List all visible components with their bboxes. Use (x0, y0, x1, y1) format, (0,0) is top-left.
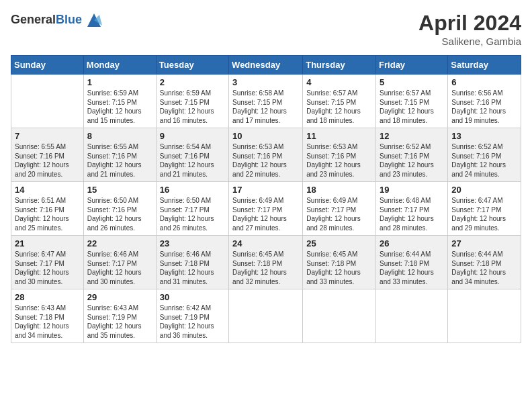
day-info: Sunrise: 6:59 AM Sunset: 7:15 PM Dayligh… (87, 89, 152, 125)
day-info: Sunrise: 6:47 AM Sunset: 7:17 PM Dayligh… (15, 250, 80, 286)
calendar-cell: 20Sunrise: 6:47 AM Sunset: 7:17 PM Dayli… (448, 182, 521, 236)
weekday-header-row: SundayMondayTuesdayWednesdayThursdayFrid… (11, 56, 521, 75)
day-info: Sunrise: 6:45 AM Sunset: 7:18 PM Dayligh… (306, 250, 372, 286)
day-info: Sunrise: 6:43 AM Sunset: 7:18 PM Dayligh… (15, 304, 80, 340)
weekday-header-monday: Monday (83, 56, 156, 75)
calendar-cell: 5Sunrise: 6:57 AM Sunset: 7:15 PM Daylig… (376, 75, 448, 128)
day-info: Sunrise: 6:53 AM Sunset: 7:16 PM Dayligh… (306, 142, 372, 179)
day-info: Sunrise: 6:52 AM Sunset: 7:16 PM Dayligh… (380, 142, 444, 179)
calendar-cell: 24Sunrise: 6:45 AM Sunset: 7:18 PM Dayli… (229, 236, 303, 289)
calendar-cell: 16Sunrise: 6:50 AM Sunset: 7:17 PM Dayli… (156, 182, 228, 236)
title-block: April 2024 Salikene, Gambia (418, 11, 521, 47)
calendar-cell: 15Sunrise: 6:50 AM Sunset: 7:16 PM Dayli… (83, 182, 156, 236)
day-number: 26 (380, 238, 444, 248)
day-info: Sunrise: 6:52 AM Sunset: 7:16 PM Dayligh… (451, 142, 517, 179)
calendar-cell: 17Sunrise: 6:49 AM Sunset: 7:17 PM Dayli… (229, 182, 303, 236)
day-info: Sunrise: 6:50 AM Sunset: 7:17 PM Dayligh… (160, 196, 225, 232)
calendar-cell: 8Sunrise: 6:55 AM Sunset: 7:16 PM Daylig… (83, 128, 156, 182)
day-info: Sunrise: 6:56 AM Sunset: 7:16 PM Dayligh… (451, 89, 517, 125)
day-number: 16 (160, 185, 225, 195)
calendar-cell (448, 289, 521, 343)
day-number: 1 (87, 77, 152, 87)
day-number: 6 (451, 77, 517, 87)
day-number: 5 (380, 77, 444, 87)
calendar-cell (229, 289, 303, 343)
day-info: Sunrise: 6:46 AM Sunset: 7:17 PM Dayligh… (87, 250, 152, 286)
calendar-cell: 22Sunrise: 6:46 AM Sunset: 7:17 PM Dayli… (83, 236, 156, 289)
calendar-cell: 4Sunrise: 6:57 AM Sunset: 7:15 PM Daylig… (303, 75, 376, 128)
calendar-cell: 2Sunrise: 6:59 AM Sunset: 7:15 PM Daylig… (156, 75, 228, 128)
day-number: 27 (451, 238, 517, 248)
weekday-header-friday: Friday (376, 56, 448, 75)
day-info: Sunrise: 6:53 AM Sunset: 7:16 PM Dayligh… (232, 142, 299, 179)
day-info: Sunrise: 6:55 AM Sunset: 7:16 PM Dayligh… (87, 142, 152, 179)
calendar-cell: 25Sunrise: 6:45 AM Sunset: 7:18 PM Dayli… (303, 236, 376, 289)
calendar-cell: 29Sunrise: 6:43 AM Sunset: 7:19 PM Dayli… (83, 289, 156, 343)
day-number: 24 (232, 238, 299, 248)
day-number: 17 (232, 185, 299, 195)
calendar-cell (11, 75, 84, 128)
logo: GeneralBlue (11, 11, 103, 30)
day-info: Sunrise: 6:42 AM Sunset: 7:19 PM Dayligh… (160, 304, 225, 340)
day-info: Sunrise: 6:50 AM Sunset: 7:16 PM Dayligh… (87, 196, 152, 232)
day-number: 22 (87, 238, 152, 248)
calendar-week-row: 1Sunrise: 6:59 AM Sunset: 7:15 PM Daylig… (11, 75, 521, 128)
calendar-cell (303, 289, 376, 343)
calendar-cell: 3Sunrise: 6:58 AM Sunset: 7:15 PM Daylig… (229, 75, 303, 128)
weekday-header-saturday: Saturday (448, 56, 521, 75)
day-number: 15 (87, 185, 152, 195)
day-number: 18 (306, 185, 372, 195)
calendar-week-row: 7Sunrise: 6:55 AM Sunset: 7:16 PM Daylig… (11, 128, 521, 182)
day-info: Sunrise: 6:49 AM Sunset: 7:17 PM Dayligh… (306, 196, 372, 232)
day-number: 23 (160, 238, 225, 248)
calendar-cell: 13Sunrise: 6:52 AM Sunset: 7:16 PM Dayli… (448, 128, 521, 182)
day-number: 25 (306, 238, 372, 248)
day-number: 2 (160, 77, 225, 87)
month-title: April 2024 (418, 11, 521, 36)
day-info: Sunrise: 6:54 AM Sunset: 7:16 PM Dayligh… (160, 142, 225, 179)
calendar-cell: 7Sunrise: 6:55 AM Sunset: 7:16 PM Daylig… (11, 128, 84, 182)
calendar-table: SundayMondayTuesdayWednesdayThursdayFrid… (11, 55, 521, 343)
day-number: 11 (306, 131, 372, 141)
day-info: Sunrise: 6:57 AM Sunset: 7:15 PM Dayligh… (306, 89, 372, 125)
calendar-cell: 9Sunrise: 6:54 AM Sunset: 7:16 PM Daylig… (156, 128, 228, 182)
day-info: Sunrise: 6:44 AM Sunset: 7:18 PM Dayligh… (380, 250, 444, 286)
day-number: 30 (160, 292, 225, 302)
day-info: Sunrise: 6:59 AM Sunset: 7:15 PM Dayligh… (160, 89, 225, 125)
day-info: Sunrise: 6:55 AM Sunset: 7:16 PM Dayligh… (15, 142, 80, 179)
day-info: Sunrise: 6:45 AM Sunset: 7:18 PM Dayligh… (232, 250, 299, 286)
day-info: Sunrise: 6:58 AM Sunset: 7:15 PM Dayligh… (232, 89, 299, 125)
calendar-week-row: 28Sunrise: 6:43 AM Sunset: 7:18 PM Dayli… (11, 289, 521, 343)
calendar-cell: 12Sunrise: 6:52 AM Sunset: 7:16 PM Dayli… (376, 128, 448, 182)
location-title: Salikene, Gambia (418, 36, 521, 47)
day-info: Sunrise: 6:51 AM Sunset: 7:16 PM Dayligh… (15, 196, 80, 232)
day-number: 13 (451, 131, 517, 141)
day-number: 29 (87, 292, 152, 302)
day-info: Sunrise: 6:46 AM Sunset: 7:18 PM Dayligh… (160, 250, 225, 286)
day-number: 28 (15, 292, 80, 302)
calendar-cell: 28Sunrise: 6:43 AM Sunset: 7:18 PM Dayli… (11, 289, 84, 343)
day-number: 4 (306, 77, 372, 87)
day-number: 7 (15, 131, 80, 141)
calendar-cell: 19Sunrise: 6:48 AM Sunset: 7:17 PM Dayli… (376, 182, 448, 236)
weekday-header-tuesday: Tuesday (156, 56, 228, 75)
weekday-header-wednesday: Wednesday (229, 56, 303, 75)
calendar-cell: 27Sunrise: 6:44 AM Sunset: 7:18 PM Dayli… (448, 236, 521, 289)
day-number: 19 (380, 185, 444, 195)
day-info: Sunrise: 6:57 AM Sunset: 7:15 PM Dayligh… (380, 89, 444, 125)
calendar-cell: 11Sunrise: 6:53 AM Sunset: 7:16 PM Dayli… (303, 128, 376, 182)
day-number: 8 (87, 131, 152, 141)
calendar-cell: 23Sunrise: 6:46 AM Sunset: 7:18 PM Dayli… (156, 236, 228, 289)
day-number: 3 (232, 77, 299, 87)
day-number: 12 (380, 131, 444, 141)
day-number: 14 (15, 185, 80, 195)
day-number: 21 (15, 238, 80, 248)
calendar-cell (376, 289, 448, 343)
logo-icon (85, 11, 103, 30)
calendar-cell: 1Sunrise: 6:59 AM Sunset: 7:15 PM Daylig… (83, 75, 156, 128)
calendar-cell: 30Sunrise: 6:42 AM Sunset: 7:19 PM Dayli… (156, 289, 228, 343)
calendar-week-row: 14Sunrise: 6:51 AM Sunset: 7:16 PM Dayli… (11, 182, 521, 236)
day-info: Sunrise: 6:44 AM Sunset: 7:18 PM Dayligh… (451, 250, 517, 286)
calendar-cell: 10Sunrise: 6:53 AM Sunset: 7:16 PM Dayli… (229, 128, 303, 182)
calendar-week-row: 21Sunrise: 6:47 AM Sunset: 7:17 PM Dayli… (11, 236, 521, 289)
